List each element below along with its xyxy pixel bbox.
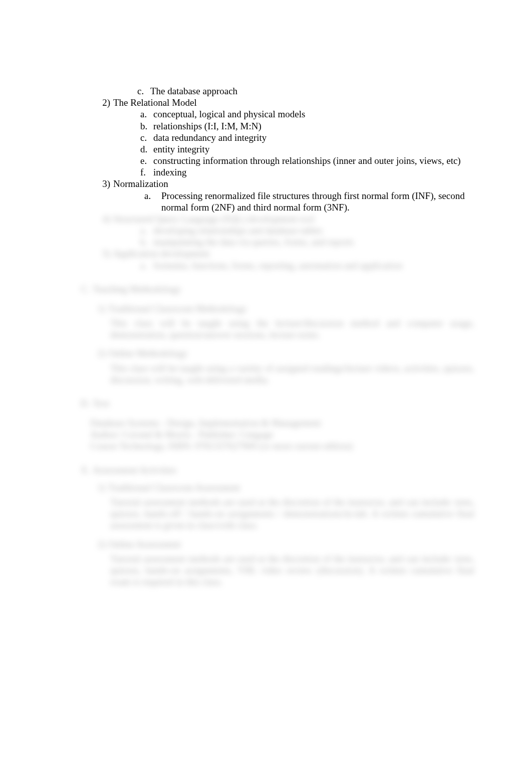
item-2a-text: conceptual, logical and physical models	[153, 108, 474, 120]
item-2a-letter: a.	[140, 108, 153, 120]
item-3-body: Normalization a. Processing renormalized…	[113, 178, 474, 213]
item-2b-text: relationships (I:I, I:M, M:N)	[153, 120, 474, 132]
item-1c-letter: c.	[137, 85, 150, 97]
item-3-title: Normalization	[113, 178, 168, 189]
item-2e-text: constructing information through relatio…	[153, 155, 474, 166]
item-2-num: 2)	[90, 97, 113, 178]
item-5-title: Application development	[113, 248, 210, 259]
item-4b-text: manipulating the data via queries, forms…	[153, 236, 474, 248]
item-1c-text: The database approach	[150, 85, 474, 97]
item-5: 5) Application development a.formulas, f…	[90, 248, 474, 271]
section-e-title: Assessment Activities	[93, 464, 176, 476]
item-4: 4) Structured Query Language (SQL) devel…	[90, 213, 474, 248]
item-3-num: 3)	[90, 178, 113, 213]
item-2b: b. relationships (I:I, I:M, M:N)	[140, 120, 474, 132]
section-d-label: D.	[73, 398, 93, 409]
section-c-2-title: Online Methodology	[108, 347, 188, 359]
section-c: C. Teaching Methodology 1) Traditional C…	[73, 283, 474, 385]
item-2d-letter: d.	[140, 143, 153, 155]
section-d-line2: Author: Coronel & Morris - Publisher: Ce…	[90, 429, 474, 440]
item-3a: a. Processing renormalized file structur…	[144, 190, 474, 213]
section-e-2-title: Online Assessment	[108, 538, 181, 550]
section-d-line3: Course Technology, ISBN: 9781337627900 (…	[90, 440, 474, 452]
section-d-line1: Database Systems - Design, Implementatio…	[90, 417, 474, 429]
item-4-title: Structured Query Language (SQL) developm…	[113, 214, 315, 224]
item-5-num: 5)	[90, 248, 113, 271]
section-e-1-para: Tutorial assessment methods are used at …	[110, 496, 474, 531]
item-2-title: The Relational Model	[113, 97, 197, 108]
item-2c-letter: c.	[140, 132, 153, 143]
outline-list: c. The database approach 2) The Relation…	[90, 85, 474, 588]
section-c-label: C.	[73, 283, 93, 295]
section-c-title: Teaching Methodology	[93, 283, 181, 295]
item-2e: e. constructing information through rela…	[140, 155, 474, 166]
item-5a-text: formulas, functions, forms, reporting, a…	[153, 260, 474, 271]
item-3: 3) Normalization a. Processing renormali…	[90, 178, 474, 213]
section-c-1-title: Traditional Classroom Methodology	[108, 303, 247, 314]
document-page: c. The database approach 2) The Relation…	[0, 0, 532, 780]
section-e-2-para: Tutorial assessment methods are used at …	[110, 553, 474, 588]
item-2c: c. data redundancy and integrity	[140, 132, 474, 143]
item-2e-letter: e.	[140, 155, 153, 166]
section-d-title: Text	[93, 398, 110, 409]
item-3a-letter: a.	[144, 190, 161, 213]
item-2c-text: data redundancy and integrity	[153, 132, 474, 143]
item-2d: d. entity integrity	[140, 143, 474, 155]
section-c-1-para: This class will be taught using the lect…	[110, 317, 474, 340]
section-e-1-title: Traditional Classroom Assessment	[108, 482, 240, 493]
section-d: D. Text Database Systems - Design, Imple…	[73, 398, 474, 452]
item-1c: c. The database approach	[137, 85, 474, 97]
item-2a: a. conceptual, logical and physical mode…	[140, 108, 474, 120]
item-1c-wrap: c. The database approach	[90, 85, 474, 97]
item-2f-text: indexing	[153, 166, 474, 178]
item-4a-text: developing relationships and database ta…	[153, 225, 474, 236]
section-e-label: E.	[73, 464, 93, 476]
item-2b-letter: b.	[140, 120, 153, 132]
item-2d-text: entity integrity	[153, 143, 474, 155]
item-4-num: 4)	[90, 213, 113, 248]
item-2f-letter: f.	[140, 166, 153, 178]
item-2f: f. indexing	[140, 166, 474, 178]
item-3a-text: Processing renormalized file structures …	[161, 190, 474, 213]
section-e: E. Assessment Activities 1) Traditional …	[73, 464, 474, 588]
item-2-body: The Relational Model a. conceptual, logi…	[113, 97, 474, 178]
section-c-2-para: This class will be taught using a variet…	[110, 362, 474, 385]
blurred-content: 4) Structured Query Language (SQL) devel…	[90, 213, 474, 588]
item-2: 2) The Relational Model a. conceptual, l…	[90, 97, 474, 178]
